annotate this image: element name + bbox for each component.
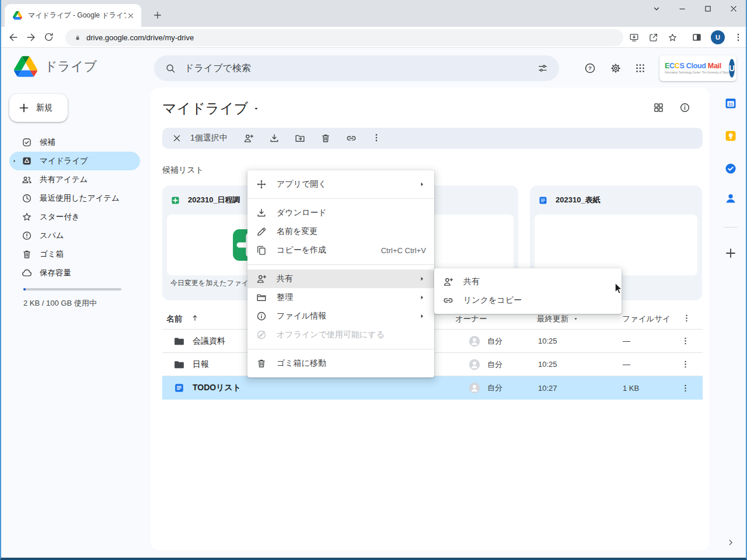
tab-search-chevron-icon[interactable] bbox=[651, 4, 662, 14]
grid-view-icon[interactable] bbox=[652, 102, 665, 114]
clear-selection-icon[interactable] bbox=[172, 133, 182, 144]
sidebar-item-storage[interactable]: 保存容量 bbox=[9, 264, 140, 282]
drive-logo[interactable] bbox=[14, 56, 37, 77]
address-bar[interactable]: drive.google.com/drive/my-drive bbox=[65, 29, 623, 46]
title-dropdown-caret-icon[interactable] bbox=[253, 105, 260, 112]
share-submenu: 共有 リンクをコピー bbox=[434, 268, 622, 314]
browser-tab[interactable]: マイドライブ - Google ドライブ bbox=[5, 4, 141, 27]
window-maximize-icon[interactable] bbox=[703, 4, 713, 14]
row-more-icon[interactable] bbox=[680, 359, 690, 369]
forward-icon[interactable] bbox=[22, 29, 40, 46]
back-icon[interactable] bbox=[5, 29, 22, 46]
menu-item-share[interactable]: 共有 bbox=[247, 270, 434, 288]
search-icon[interactable] bbox=[165, 62, 176, 74]
search-input[interactable]: ドライブで検索 bbox=[154, 55, 559, 81]
sidebar-item-trash[interactable]: ゴミ箱 bbox=[9, 245, 140, 264]
starred-icon bbox=[21, 211, 33, 223]
tasks-icon[interactable] bbox=[724, 162, 738, 176]
menu-item-download[interactable]: ダウンロード bbox=[247, 204, 434, 222]
reload-icon[interactable] bbox=[40, 29, 57, 46]
advanced-search-tune-icon[interactable] bbox=[537, 62, 549, 74]
selection-count: 1個選択中 bbox=[190, 133, 228, 144]
new-button[interactable]: 新規 bbox=[9, 94, 68, 122]
suggestions-heading: 候補リスト bbox=[162, 165, 204, 176]
browser-menu-icon[interactable] bbox=[733, 32, 743, 43]
expand-caret-icon[interactable] bbox=[12, 159, 17, 163]
menu-item-make-copy[interactable]: コピーを作成 Ctrl+C Ctrl+V bbox=[247, 241, 434, 260]
calendar-icon[interactable]: 31 bbox=[724, 96, 738, 110]
keep-icon[interactable] bbox=[724, 129, 738, 143]
column-header-more-icon[interactable] bbox=[682, 313, 692, 323]
window-close-icon[interactable] bbox=[728, 4, 739, 14]
new-tab-button[interactable] bbox=[150, 8, 165, 23]
help-icon[interactable]: ? bbox=[578, 57, 602, 80]
more-actions-icon[interactable] bbox=[371, 132, 382, 144]
sidebar-item-suggestions[interactable]: 候補 bbox=[9, 133, 140, 152]
row-more-icon[interactable] bbox=[680, 383, 690, 393]
sort-ascending-icon[interactable] bbox=[190, 313, 200, 323]
install-icon[interactable] bbox=[629, 32, 640, 43]
storage-progress-bar bbox=[23, 288, 121, 290]
move-to-folder-icon[interactable] bbox=[294, 132, 306, 144]
side-panel-icon[interactable] bbox=[691, 32, 703, 43]
tab-close-icon[interactable] bbox=[126, 11, 135, 20]
person-add-icon bbox=[256, 273, 267, 285]
menu-item-file-info[interactable]: ファイル情報 bbox=[247, 307, 434, 326]
file-size: 1 KB bbox=[623, 384, 639, 393]
copy-link-icon[interactable] bbox=[345, 132, 357, 144]
svg-text:31: 31 bbox=[728, 102, 733, 106]
menu-divider bbox=[247, 198, 434, 199]
menu-item-open-with[interactable]: アプリで開く bbox=[247, 175, 434, 194]
share-selected-icon[interactable] bbox=[243, 132, 254, 144]
sidebar-item-label: 保存容量 bbox=[40, 268, 71, 278]
card-preview bbox=[535, 215, 697, 275]
mouse-cursor bbox=[615, 282, 623, 295]
details-info-icon[interactable] bbox=[679, 102, 691, 114]
submenu-item-share[interactable]: 共有 bbox=[434, 272, 622, 291]
sidebar-item-label: 最近使用したアイテム bbox=[40, 193, 120, 204]
sidebar-item-label: 候補 bbox=[40, 137, 55, 148]
submenu-item-copy-link[interactable]: リンクをコピー bbox=[434, 291, 622, 310]
account-badge[interactable]: ECCS Cloud Mail Information Technology C… bbox=[659, 55, 736, 81]
trash-selected-icon[interactable] bbox=[320, 132, 331, 144]
column-header-name[interactable]: 名前 bbox=[166, 314, 182, 324]
my-drive-icon bbox=[21, 155, 33, 167]
contacts-icon[interactable] bbox=[724, 191, 738, 205]
owner-avatar bbox=[468, 358, 481, 371]
storage-progress-fill bbox=[23, 288, 26, 290]
modified-time: 10:25 bbox=[538, 337, 557, 345]
apps-grid-icon[interactable] bbox=[629, 57, 652, 80]
sidebar-item-starred[interactable]: スター付き bbox=[9, 208, 140, 226]
settings-gear-icon[interactable] bbox=[604, 57, 627, 80]
account-avatar[interactable]: U bbox=[729, 59, 735, 78]
sidebar-item-my-drive[interactable]: マイドライブ bbox=[9, 152, 140, 170]
owner-name: 自分 bbox=[487, 359, 502, 370]
file-size: — bbox=[623, 360, 630, 369]
sidebar-item-recent[interactable]: 最近使用したアイテム bbox=[9, 189, 140, 208]
sort-descending-caret-icon[interactable] bbox=[573, 316, 579, 322]
get-add-ons-icon[interactable] bbox=[724, 246, 738, 260]
svg-text:?: ? bbox=[588, 65, 592, 71]
window-minimize-icon[interactable] bbox=[677, 4, 687, 14]
menu-item-move-to-trash[interactable]: ゴミ箱に移動 bbox=[247, 354, 434, 373]
page-title-text: マイドライブ bbox=[162, 99, 248, 118]
page-title[interactable]: マイドライブ bbox=[162, 99, 260, 118]
sidebar-item-label: ゴミ箱 bbox=[40, 249, 64, 260]
hide-side-panel-chevron-icon[interactable] bbox=[725, 537, 736, 548]
column-header-size[interactable]: ファイルサイ bbox=[622, 314, 671, 324]
menu-item-organize[interactable]: 整理 bbox=[247, 288, 434, 307]
bookmark-star-icon[interactable] bbox=[667, 32, 678, 43]
row-more-icon[interactable] bbox=[680, 336, 690, 346]
sidebar-item-spam[interactable]: スパム bbox=[9, 226, 140, 245]
column-header-owner[interactable]: オーナー bbox=[455, 314, 487, 324]
table-row-selected[interactable]: TODOリスト 自分 10:27 1 KB bbox=[162, 376, 703, 400]
menu-shortcut: Ctrl+C Ctrl+V bbox=[381, 246, 426, 255]
share-page-icon[interactable] bbox=[648, 32, 659, 43]
download-selected-icon[interactable] bbox=[268, 132, 280, 144]
browser-profile-avatar[interactable]: U bbox=[711, 30, 725, 44]
rename-icon bbox=[256, 226, 267, 237]
menu-item-rename[interactable]: 名前を変更 bbox=[247, 222, 434, 241]
sidebar-item-shared[interactable]: 共有アイテム bbox=[9, 170, 140, 189]
column-header-modified[interactable]: 最終更新 bbox=[537, 314, 568, 324]
open-with-icon bbox=[256, 178, 267, 190]
